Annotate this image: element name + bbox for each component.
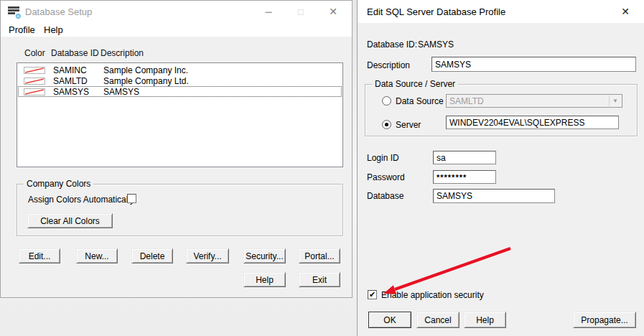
edit-sql-server-database-profile-dialog: Edit SQL Server Database Profile ✕ Datab…: [357, 0, 644, 336]
portal-button[interactable]: Portal...: [299, 248, 340, 263]
menubar: Profile Help: [1, 22, 352, 37]
list-item-samltd[interactable]: SAMLTD Sample Company Ltd.: [18, 75, 342, 86]
verify-button[interactable]: Verify...: [186, 248, 229, 263]
database-label: Database: [367, 191, 403, 201]
ok-button[interactable]: OK: [368, 312, 411, 328]
column-header-description: Description: [101, 48, 144, 58]
server-label: Server: [396, 120, 421, 130]
data-source-radio[interactable]: [382, 96, 391, 106]
database-input[interactable]: [433, 189, 555, 203]
assign-colors-checkbox[interactable]: [127, 194, 136, 203]
close-icon[interactable]: ✕: [614, 0, 637, 23]
description-cell: Sample Company Inc.: [103, 65, 188, 75]
column-header-database-id: Database ID: [51, 48, 99, 58]
help-button[interactable]: Help: [464, 312, 506, 328]
menu-help[interactable]: Help: [41, 24, 66, 36]
titlebar: ⚙ Database Setup ─ □ ✕: [1, 1, 352, 22]
database-id-value: SAMSYS: [418, 39, 454, 50]
window-title: Database Setup: [25, 6, 92, 17]
chevron-down-icon: ▼: [609, 95, 621, 106]
database-id-cell: SAMSYS: [53, 87, 89, 97]
color-swatch: [24, 67, 45, 74]
database-setup-app-icon: ⚙: [8, 6, 20, 17]
color-swatch: [24, 78, 45, 85]
description-cell: Sample Company Ltd.: [103, 76, 189, 86]
help-button[interactable]: Help: [243, 272, 286, 287]
close-icon[interactable]: ✕: [319, 1, 347, 22]
description-cell: SAMSYS: [103, 87, 139, 97]
maximize-icon[interactable]: □: [286, 1, 315, 22]
cancel-button[interactable]: Cancel: [416, 312, 459, 328]
server-input[interactable]: [446, 116, 619, 129]
description-input[interactable]: [431, 57, 636, 72]
column-header-color: Color: [24, 48, 45, 58]
data-source-label: Data Source: [396, 96, 444, 106]
database-id-cell: SAMLTD: [53, 76, 88, 86]
company-colors-legend: Company Colors: [24, 179, 93, 189]
enable-application-security-label: Enable application security: [381, 290, 484, 300]
edit-button[interactable]: Edit...: [19, 248, 60, 263]
database-list[interactable]: SAMINC Sample Company Inc. SAMLTD Sample…: [17, 62, 343, 167]
company-colors-group: Company Colors Assign Colors Automatical…: [17, 184, 343, 236]
security-button[interactable]: Security...: [243, 248, 286, 263]
login-id-input[interactable]: [433, 151, 496, 164]
assign-colors-label: Assign Colors Automatically: [28, 195, 134, 205]
description-label: Description: [367, 60, 410, 70]
dialog-title: Edit SQL Server Database Profile: [367, 6, 505, 17]
server-radio[interactable]: [382, 120, 391, 129]
data-source-value: SAMLTD: [449, 96, 484, 106]
new-button[interactable]: New...: [76, 248, 118, 263]
login-id-label: Login ID: [367, 153, 399, 163]
delete-button[interactable]: Delete: [131, 248, 173, 263]
password-input[interactable]: [433, 170, 496, 184]
database-setup-window: ⚙ Database Setup ─ □ ✕ Profile Help Colo…: [0, 0, 353, 298]
password-label: Password: [367, 172, 405, 182]
dialog-titlebar: Edit SQL Server Database Profile ✕: [358, 0, 644, 23]
data-source-combobox-disabled[interactable]: SAMLTD ▼: [446, 94, 622, 108]
minimize-icon[interactable]: ─: [254, 1, 283, 22]
data-source-server-legend: Data Source / Server: [372, 79, 458, 89]
data-source-server-group: Data Source / Server Data Source SAMLTD …: [365, 84, 638, 136]
database-id-cell: SAMINC: [53, 65, 87, 75]
enable-application-security-checkbox[interactable]: ✔: [368, 290, 377, 299]
database-id-label: Database ID:: [367, 39, 417, 50]
exit-button[interactable]: Exit: [299, 272, 340, 287]
menu-profile[interactable]: Profile: [6, 24, 38, 36]
red-annotation-arrow: [358, 0, 644, 336]
list-item-samsys-selected[interactable]: SAMSYS SAMSYS: [18, 86, 342, 97]
propagate-button[interactable]: Propagate...: [573, 312, 636, 328]
color-swatch: [24, 88, 45, 95]
clear-all-colors-button[interactable]: Clear All Colors: [27, 213, 113, 228]
list-item-saminc[interactable]: SAMINC Sample Company Inc.: [18, 65, 342, 75]
gear-icon: ⚙: [15, 12, 22, 20]
